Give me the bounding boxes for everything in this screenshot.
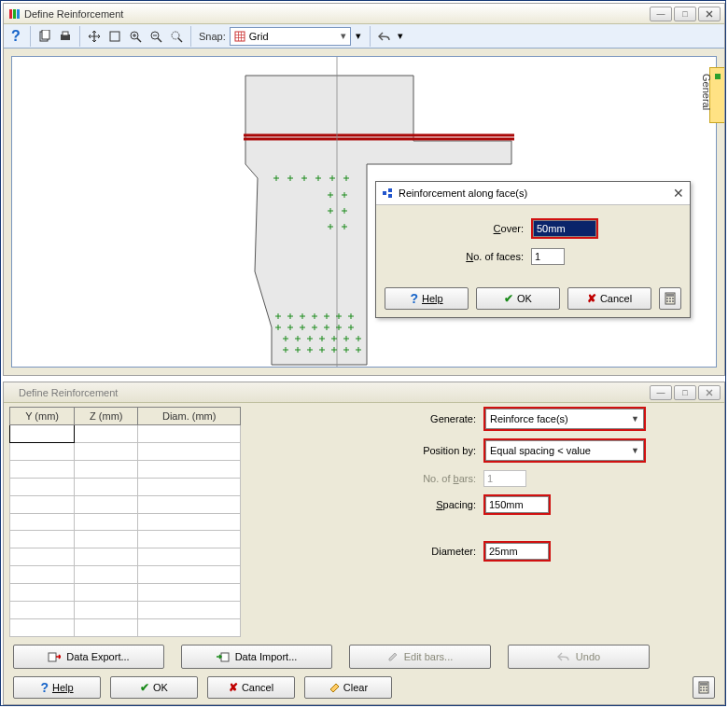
svg-point-10 bbox=[172, 32, 179, 39]
zoom-fit-icon[interactable] bbox=[166, 26, 187, 47]
undo-arrow-icon bbox=[557, 652, 570, 661]
nobars-label: No. of bars: bbox=[252, 473, 483, 484]
table-row[interactable] bbox=[10, 478, 241, 495]
top-panel: Define Reinforcement — □ ? Snap: Grid bbox=[3, 3, 725, 376]
cover-input[interactable] bbox=[533, 220, 596, 237]
svg-rect-104 bbox=[666, 300, 668, 302]
bottom-help-button[interactable]: ?Help bbox=[13, 676, 101, 699]
zoom-box-icon[interactable] bbox=[105, 26, 125, 47]
data-export-button[interactable]: Data Export... bbox=[13, 645, 164, 669]
dialog-icon bbox=[382, 187, 393, 199]
svg-rect-108 bbox=[221, 653, 229, 661]
snap-value: Grid bbox=[249, 31, 269, 42]
rebar-table[interactable]: Y (mm) Z (mm) Diam. (mm) bbox=[9, 407, 241, 637]
app-frame: Define Reinforcement — □ ? Snap: Grid bbox=[0, 0, 726, 706]
svg-rect-114 bbox=[700, 689, 702, 691]
calculator-button[interactable] bbox=[659, 287, 681, 310]
svg-rect-11 bbox=[235, 32, 245, 41]
table-row[interactable] bbox=[10, 602, 241, 619]
svg-rect-102 bbox=[669, 298, 671, 299]
svg-rect-107 bbox=[49, 653, 56, 661]
undo-icon[interactable] bbox=[374, 26, 395, 47]
table-row[interactable] bbox=[10, 442, 241, 460]
generate-highlight: Reinforce face(s)▼ bbox=[483, 407, 646, 431]
maximize-button[interactable]: □ bbox=[674, 7, 696, 21]
table-row[interactable] bbox=[10, 460, 241, 478]
pan-icon[interactable] bbox=[84, 26, 105, 47]
chevron-down-icon: ▾ bbox=[341, 30, 346, 42]
clear-button[interactable]: Clear bbox=[304, 676, 392, 699]
bottom-ok-button[interactable]: ✔OK bbox=[110, 676, 198, 699]
bottom-calculator-button[interactable] bbox=[693, 676, 715, 699]
diameter-highlight bbox=[483, 541, 551, 562]
table-row[interactable] bbox=[10, 584, 241, 602]
dialog-help-button[interactable]: ?Help bbox=[385, 287, 469, 310]
col-z[interactable]: Z (mm) bbox=[75, 408, 138, 425]
table-row[interactable] bbox=[10, 618, 241, 636]
position-select[interactable]: Equal spacing < value▼ bbox=[485, 440, 644, 461]
zoom-in-icon[interactable] bbox=[125, 26, 146, 47]
data-import-button[interactable]: Data Import... bbox=[181, 645, 332, 669]
nobars-input bbox=[483, 470, 526, 487]
svg-rect-96 bbox=[383, 191, 386, 195]
svg-rect-106 bbox=[672, 300, 674, 302]
svg-rect-112 bbox=[703, 687, 705, 688]
bottom-title: Define Reinforcement bbox=[19, 387, 650, 398]
zoom-out-icon[interactable] bbox=[146, 26, 166, 47]
svg-rect-116 bbox=[706, 689, 707, 691]
svg-rect-115 bbox=[703, 689, 705, 691]
table-row[interactable] bbox=[10, 531, 241, 548]
table-row[interactable] bbox=[10, 548, 241, 566]
dialog-reinforcement: Reinforcement along face(s) ✕ Cover: No.… bbox=[375, 181, 691, 318]
dialog-close-icon[interactable]: ✕ bbox=[673, 186, 684, 201]
spacing-input[interactable] bbox=[485, 496, 549, 513]
status-dot-icon bbox=[715, 74, 721, 79]
svg-rect-105 bbox=[669, 300, 671, 302]
edit-bars-button: Edit bars... bbox=[349, 645, 491, 669]
spacing-label: Spacing: bbox=[252, 499, 483, 510]
svg-rect-97 bbox=[388, 188, 392, 192]
col-diam[interactable]: Diam. (mm) bbox=[138, 408, 241, 425]
cover-input-highlight bbox=[531, 218, 598, 239]
table-row[interactable] bbox=[10, 425, 241, 443]
dialog-cancel-button[interactable]: ✘Cancel bbox=[567, 287, 651, 310]
col-y[interactable]: Y (mm) bbox=[10, 408, 75, 425]
spacing-highlight bbox=[483, 494, 551, 515]
generate-select[interactable]: Reinforce face(s)▼ bbox=[485, 409, 644, 429]
snap-dropdown-extra[interactable]: ▾ bbox=[351, 26, 366, 47]
close-button[interactable] bbox=[698, 7, 721, 21]
table-row[interactable] bbox=[10, 566, 241, 584]
svg-rect-101 bbox=[666, 298, 668, 299]
bottom-minimize-button[interactable]: — bbox=[650, 385, 672, 400]
table-row[interactable] bbox=[10, 513, 241, 531]
export-icon bbox=[48, 651, 61, 662]
toolbar: ? Snap: Grid ▾ ▾ ▾ bbox=[4, 24, 724, 49]
minimize-button[interactable]: — bbox=[650, 7, 672, 21]
snap-select[interactable]: Grid ▾ bbox=[230, 27, 351, 46]
diameter-input[interactable] bbox=[485, 543, 549, 560]
bottom-titlebar: Define Reinforcement — □ bbox=[4, 382, 724, 403]
tab-general[interactable]: General bbox=[709, 67, 724, 123]
svg-rect-111 bbox=[700, 687, 702, 688]
undo-dropdown[interactable]: ▾ bbox=[395, 26, 406, 47]
help-icon[interactable]: ? bbox=[6, 26, 26, 47]
print-icon[interactable] bbox=[55, 26, 76, 47]
bottom-cancel-button[interactable]: ✘Cancel bbox=[207, 676, 295, 699]
snap-grid-icon bbox=[234, 31, 245, 42]
bottom-panel: Define Reinforcement — □ Y (mm) Z (mm) D… bbox=[3, 382, 725, 705]
table-row[interactable] bbox=[10, 495, 241, 513]
svg-rect-2 bbox=[17, 9, 20, 19]
import-icon bbox=[217, 651, 230, 662]
calculator-icon bbox=[665, 292, 676, 305]
bottom-maximize-button[interactable]: □ bbox=[674, 385, 696, 400]
tab-general-label: General bbox=[701, 74, 712, 110]
svg-rect-4 bbox=[42, 30, 49, 39]
copy-icon[interactable] bbox=[35, 26, 55, 47]
faces-input[interactable] bbox=[531, 248, 565, 265]
svg-rect-103 bbox=[672, 298, 674, 299]
bottom-close-button[interactable] bbox=[698, 385, 721, 400]
dialog-ok-button[interactable]: ✔OK bbox=[476, 287, 560, 310]
undo-button: Undo bbox=[508, 645, 650, 669]
window-buttons: — □ bbox=[650, 7, 721, 21]
bottom-body: Y (mm) Z (mm) Diam. (mm) bbox=[9, 407, 719, 637]
